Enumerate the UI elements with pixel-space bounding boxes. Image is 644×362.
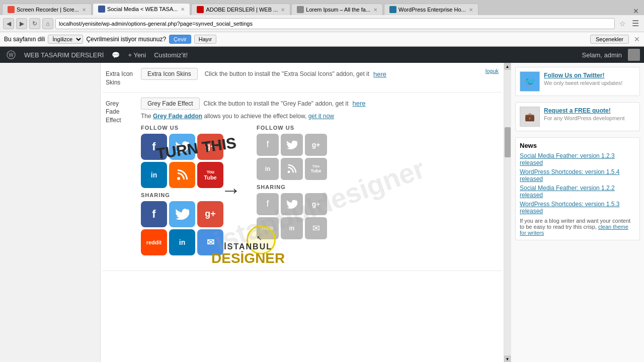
yt-icon-color: You Tube: [197, 162, 223, 188]
rss-icon-grey: [281, 158, 303, 180]
forward-button[interactable]: ▶: [16, 18, 27, 29]
extra-icon-skins-button[interactable]: Extra Icon Skins: [141, 68, 198, 80]
admin-avatar[interactable]: [628, 49, 640, 61]
fb-grey-share: f: [257, 193, 279, 215]
main-layout: Extra Icon Skins Extra Icon Skins Click …: [0, 63, 644, 362]
gp-icon-color: g+: [197, 134, 223, 160]
new-content-button[interactable]: + Yeni: [124, 47, 150, 63]
reload-button[interactable]: ↻: [29, 18, 40, 29]
li-grey-share: in: [281, 217, 303, 239]
main-content: Extra Icon Skins Extra Icon Skins Click …: [101, 63, 504, 362]
address-input[interactable]: [55, 18, 615, 29]
quote-widget-subtitle: For any WordPress development: [544, 115, 625, 121]
li-icon-color: in: [141, 162, 167, 188]
tab-close-3[interactable]: ✕: [373, 7, 377, 13]
extra-icon-skins-link[interactable]: here: [373, 70, 386, 78]
scroll-track[interactable]: [504, 70, 511, 355]
extra-icon-skins-desc: Click the button to install the "Extra S…: [205, 70, 369, 77]
language-select[interactable]: İngilizce: [48, 35, 83, 44]
svg-text:W: W: [9, 52, 14, 58]
news-footer-text: If you are a blog writer and want your c…: [520, 218, 635, 236]
loguk-link[interactable]: loguk: [486, 68, 499, 74]
right-scrollbar[interactable]: ▲ ▼: [504, 63, 511, 362]
tab-adobe[interactable]: ADOBE DERSLERİ | WEB ... ✕: [191, 4, 290, 15]
cursor-area: ↖: [247, 225, 276, 254]
admin-right: Selam, admin: [578, 49, 640, 61]
grey-fade-link[interactable]: here: [353, 100, 366, 107]
tab-lorem[interactable]: Lorem Ipsum – All the fa... ✕: [291, 4, 383, 15]
sharing-label-2: SHARING: [257, 184, 327, 190]
tab-close-1[interactable]: ✕: [181, 7, 185, 12]
translate-button[interactable]: Çevir: [169, 35, 191, 44]
tab-icon-active: [98, 6, 105, 13]
tab-bar: Screen Recorder | Scre... ✕ Social Media…: [0, 0, 644, 15]
twitter-bird: [175, 141, 189, 152]
secenek-button[interactable]: Seçenekler: [590, 35, 629, 44]
translate-question: Çevrilmesini istiyor musunuz?: [86, 36, 166, 43]
fb-share-icon: f: [141, 201, 167, 227]
translate-bar: Bu sayfanın dili İngilizce Çevrilmesini …: [0, 32, 644, 46]
gp-grey-share: g+: [305, 193, 327, 215]
scroll-down-button[interactable]: ▼: [504, 355, 511, 362]
close-translate-button[interactable]: ✕: [634, 35, 640, 43]
tw-share-icon: [169, 201, 195, 227]
tab-wordpress[interactable]: WordPress Enterprise Ho... ✕: [384, 4, 478, 15]
translate-label: Bu sayfanın dili: [4, 36, 45, 43]
news-item-1[interactable]: WordPress Shortcodes: version 1.5.4 rele…: [520, 168, 635, 183]
scroll-up-button[interactable]: ▲: [504, 63, 511, 70]
home-button[interactable]: ⌂: [42, 18, 53, 29]
grey-fade-desc: Click the button to install the "Grey Fa…: [204, 100, 349, 107]
colored-icon-grid: f g+ in: [141, 134, 223, 188]
tab-icon-lorem: [297, 6, 304, 13]
get-it-now-link[interactable]: get it now: [308, 113, 334, 120]
wp-logo[interactable]: W: [4, 48, 18, 62]
left-sidebar: [0, 63, 101, 362]
grey-fade-row: Grey Fade Effect Grey Fade Effect Click …: [103, 93, 502, 271]
gp-icon-grey: g+: [305, 134, 327, 156]
rss-symbol: [176, 169, 188, 181]
tab-close-4[interactable]: ✕: [469, 7, 473, 13]
extra-icon-skins-label: Extra Icon Skins: [106, 68, 141, 87]
follow-us-label-2: FOLLOW US: [257, 125, 327, 131]
twitter-widget-subtitle: We only tweet relevant updates!: [544, 80, 622, 86]
tw-grey-share: [281, 193, 303, 215]
back-button[interactable]: ◀: [3, 18, 14, 29]
news-item-3[interactable]: WordPress Shortcodes: version 1.5.3 rele…: [520, 201, 635, 215]
site-name-link[interactable]: WEB TASARIM DERSLERİ: [20, 47, 108, 63]
preview-area: FOLLOW US f g+: [141, 125, 499, 265]
tab-screen-recorder[interactable]: Screen Recorder | Scre... ✕: [2, 4, 92, 15]
quote-widget-title[interactable]: Request a FREE quote!: [544, 107, 611, 114]
arrow-indicator: →: [221, 178, 241, 201]
close-window[interactable]: ✕: [630, 7, 642, 15]
address-bar-row: ◀ ▶ ↻ ⌂ ☆ ☰: [0, 15, 644, 32]
hayir-button[interactable]: Hayır: [194, 35, 216, 44]
bookmark-button[interactable]: ☆: [617, 18, 628, 29]
yt-icon-grey: You Tube: [305, 158, 327, 180]
comment-icon: 💬: [112, 51, 120, 59]
news-section: News Social Media Feather: version 1.2.3…: [515, 137, 640, 240]
right-sidebar: 🐦 Follow Us on Twitter! We only tweet re…: [511, 63, 644, 362]
quote-widget: 💼 Request a FREE quote! For any WordPres…: [515, 102, 640, 131]
follow-us-label-1: FOLLOW US: [141, 125, 223, 131]
tab-close-2[interactable]: ✕: [281, 7, 285, 13]
customiz-button[interactable]: Customiz'it!: [150, 47, 192, 63]
scroll-thumb[interactable]: [505, 127, 511, 157]
content-area: Extra Icon Skins Extra Icon Skins Click …: [101, 63, 644, 362]
mail-share-icon: ✉: [197, 229, 223, 255]
twitter-widget: 🐦 Follow Us on Twitter! We only tweet re…: [515, 67, 640, 96]
grey-fade-button[interactable]: Grey Fade Effect: [141, 98, 200, 110]
wp-logo-icon: W: [7, 50, 16, 59]
grey-fade-addon-link[interactable]: Grey Fade addon: [153, 113, 202, 120]
menu-button[interactable]: ☰: [630, 18, 641, 29]
cursor-pointer: ↖: [257, 234, 262, 242]
comments-button[interactable]: 💬: [108, 47, 124, 63]
news-item-2[interactable]: Social Media Feather: version 1.2.2 rele…: [520, 185, 635, 199]
tab-social-media[interactable]: Social Media < WEB TASA... ✕: [93, 3, 191, 15]
news-item-0[interactable]: Social Media Feather: version 1.2.3 rele…: [520, 152, 635, 166]
twitter-widget-title[interactable]: Follow Us on Twitter!: [544, 72, 604, 79]
fb-icon-grey: f: [257, 134, 279, 156]
gp-share-icon: g+: [197, 201, 223, 227]
hello-admin: Selam, admin: [578, 51, 626, 59]
tab-close-0[interactable]: ✕: [82, 7, 86, 13]
grey-fade-note: The Grey Fade addon allows you to achiev…: [141, 113, 499, 120]
